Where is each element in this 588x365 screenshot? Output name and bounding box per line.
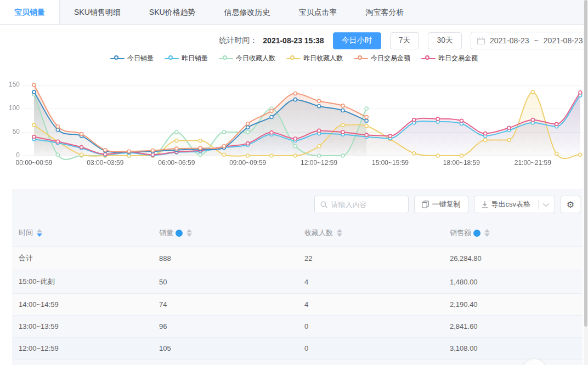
sort-desc-icon[interactable] xyxy=(186,233,192,237)
download-icon xyxy=(482,201,488,208)
cell-fav: 4 xyxy=(298,294,443,316)
column-label: 销量 xyxy=(159,228,173,238)
sales-line-chart[interactable] xyxy=(0,70,588,172)
table-header-cell[interactable]: 时间 xyxy=(12,220,152,247)
legend-marker-icon xyxy=(110,55,125,62)
cell-amount: 1,480.00 xyxy=(443,270,583,294)
tab-bar: 宝贝销量 SKU销售明细 SKU价格趋势 信息修改历史 宝贝点击率 淘宝客分析 xyxy=(0,0,588,25)
tab-item[interactable]: 宝贝销量 xyxy=(0,0,60,24)
column-label: 收藏人数 xyxy=(304,228,333,238)
column-label: 销售额 xyxy=(450,228,471,238)
date-from[interactable]: 2021-08-23 xyxy=(490,36,529,45)
legend-item[interactable]: 今日收藏人数 xyxy=(219,54,275,63)
cell-amount: 2,190.40 xyxy=(443,294,583,316)
info-dot-icon[interactable] xyxy=(473,230,480,237)
scrollbar-thumb[interactable] xyxy=(584,0,587,327)
date-range-picker[interactable]: 2021-08-23 ~ 2021-08-23 xyxy=(471,32,588,49)
stat-time: 统计时间： 2021-08-23 15:38 xyxy=(219,36,324,45)
table-row[interactable]: 11:00~11:59 119 0 3,522.40 xyxy=(12,360,583,365)
legend-label: 昨日销量 xyxy=(182,54,208,63)
cell-sales: 888 xyxy=(152,247,298,270)
sort-asc-icon[interactable] xyxy=(484,229,490,232)
sort-desc-icon[interactable] xyxy=(337,233,342,237)
legend-marker-icon xyxy=(286,55,301,62)
legend-item[interactable]: 昨日交易金额 xyxy=(421,54,478,63)
cell-sales: 96 xyxy=(152,316,298,338)
cell-time: 12:00~12:59 xyxy=(12,338,152,360)
table-header-cell[interactable]: 销量 xyxy=(152,220,298,247)
search-input[interactable] xyxy=(331,201,403,209)
range-button[interactable]: 30天 xyxy=(428,32,462,49)
legend-marker-icon xyxy=(421,55,436,62)
tab-item[interactable]: 信息修改历史 xyxy=(210,0,285,24)
table-row[interactable]: 14:00~14:59 74 4 2,190.40 xyxy=(12,294,583,316)
cell-amount: 3,108.00 xyxy=(443,338,583,360)
tab-item[interactable]: SKU销售明细 xyxy=(60,0,135,24)
export-csv-button[interactable]: 导出csv表格 xyxy=(474,196,556,213)
sort-asc-icon[interactable] xyxy=(186,229,192,232)
cell-fav: 4 xyxy=(298,270,443,294)
cell-fav: 0 xyxy=(298,338,443,360)
sort-control[interactable] xyxy=(337,229,342,237)
table-toolbar: 一键复制 导出csv表格 ⚙ xyxy=(12,189,583,220)
legend-marker-icon xyxy=(165,55,179,62)
stat-time-value: 2021-08-23 15:38 xyxy=(263,36,324,45)
search-icon xyxy=(320,201,327,208)
legend-label: 今日交易金额 xyxy=(371,54,410,63)
sort-desc-icon[interactable] xyxy=(37,233,42,237)
table-row[interactable]: 合计 888 22 26,284.80 xyxy=(12,247,583,270)
copy-button[interactable]: 一键复制 xyxy=(414,196,468,213)
column-label: 时间 xyxy=(19,228,33,238)
legend-label: 今日收藏人数 xyxy=(236,54,275,63)
range-buttons: 今日小时 7天 30天 xyxy=(333,32,462,49)
tab-item[interactable]: 宝贝点击率 xyxy=(285,0,352,24)
sort-asc-icon[interactable] xyxy=(337,229,342,232)
button-divider xyxy=(538,200,539,209)
table-row[interactable]: 13:00~13:59 96 0 2,841.60 xyxy=(12,316,583,338)
page-scrollbar[interactable] xyxy=(584,0,588,365)
legend-item[interactable]: 今日交易金额 xyxy=(354,54,410,63)
legend-marker-icon xyxy=(354,55,368,62)
date-separator: ~ xyxy=(534,36,539,45)
chart-canvas[interactable] xyxy=(0,70,585,170)
sort-control[interactable] xyxy=(484,229,490,237)
info-dot-icon[interactable] xyxy=(176,230,183,237)
cell-time: 合计 xyxy=(12,247,152,270)
legend-label: 今日销量 xyxy=(127,54,154,63)
cell-amount: 3,522.40 xyxy=(443,360,583,365)
chart-legend: 今日销量 昨日销量 今日收藏人数 xyxy=(0,54,588,63)
table-header-row: 时间 销量 xyxy=(12,220,583,247)
sort-control[interactable] xyxy=(37,229,42,237)
legend-label: 昨日交易金额 xyxy=(438,54,478,63)
sort-control[interactable] xyxy=(186,229,192,237)
table-header-cell[interactable]: 收藏人数 xyxy=(298,220,443,247)
cell-fav: 0 xyxy=(298,360,443,365)
range-button[interactable]: 7天 xyxy=(390,32,420,49)
table-row[interactable]: 15:00~此刻 50 4 1,480.00 xyxy=(12,270,583,294)
table-settings-button[interactable]: ⚙ xyxy=(561,196,580,213)
copy-icon xyxy=(422,201,429,208)
tab-item[interactable]: 淘宝客分析 xyxy=(352,0,419,24)
table-header-cell[interactable]: 销售额 xyxy=(443,220,583,247)
stat-time-label: 统计时间： xyxy=(219,36,257,45)
cell-amount: 2,841.60 xyxy=(443,316,583,338)
chevron-down-icon[interactable] xyxy=(543,201,549,207)
date-to[interactable]: 2021-08-23 xyxy=(544,36,583,45)
table-row[interactable]: 12:00~12:59 105 0 3,108.00 xyxy=(12,338,583,360)
range-button[interactable]: 今日小时 xyxy=(333,32,381,49)
tab-item[interactable]: SKU价格趋势 xyxy=(135,0,210,24)
calendar-icon xyxy=(477,37,485,44)
cell-amount: 26,284.80 xyxy=(443,247,583,270)
legend-item[interactable]: 昨日销量 xyxy=(165,54,208,63)
legend-item[interactable]: 昨日收藏人数 xyxy=(286,54,343,63)
cell-time: 13:00~13:59 xyxy=(12,316,152,338)
sort-asc-icon[interactable] xyxy=(37,229,42,232)
sort-desc-icon[interactable] xyxy=(484,233,490,237)
export-button-label: 导出csv表格 xyxy=(491,199,531,209)
page: 宝贝销量 SKU销售明细 SKU价格趋势 信息修改历史 宝贝点击率 淘宝客分析 … xyxy=(0,0,588,365)
gear-icon: ⚙ xyxy=(567,199,574,210)
cell-time: 14:00~14:59 xyxy=(12,294,152,316)
legend-item[interactable]: 今日销量 xyxy=(110,54,154,63)
search-box[interactable] xyxy=(314,196,409,213)
legend-marker-icon xyxy=(219,55,233,62)
